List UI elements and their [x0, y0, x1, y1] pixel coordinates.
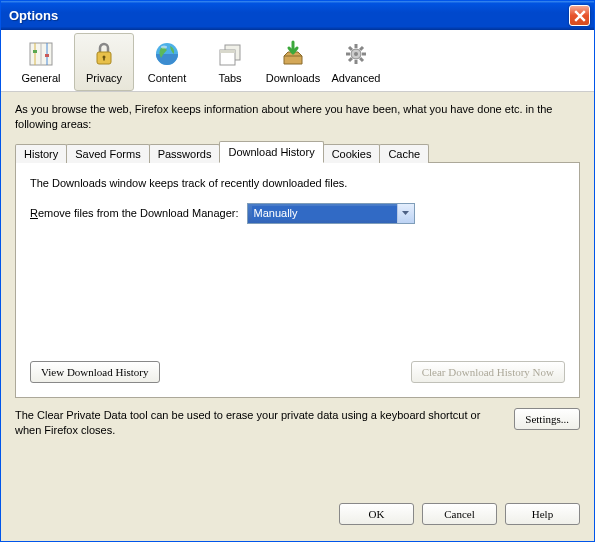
- svg-rect-13: [220, 50, 235, 53]
- svg-line-23: [349, 58, 352, 61]
- remove-files-select[interactable]: Manually: [247, 203, 415, 224]
- tab-download-history[interactable]: Download History: [219, 141, 323, 163]
- tabs-icon: [214, 38, 246, 70]
- clear-download-history-button[interactable]: Clear Download History Now: [411, 361, 565, 383]
- category-toolbar: General Privacy Content Tabs Downloads: [1, 30, 594, 92]
- toolbar-downloads[interactable]: Downloads: [263, 33, 323, 91]
- tab-history[interactable]: History: [15, 144, 67, 163]
- toolbar-advanced-label: Advanced: [332, 72, 381, 84]
- dialog-buttons: OK Cancel Help: [1, 491, 594, 541]
- remove-files-row: Remove files from the Download Manager: …: [30, 203, 565, 224]
- content-icon: [151, 38, 183, 70]
- window-title: Options: [9, 8, 569, 23]
- svg-line-21: [360, 58, 363, 61]
- toolbar-advanced[interactable]: Advanced: [326, 33, 386, 91]
- toolbar-content-label: Content: [148, 72, 187, 84]
- cancel-button[interactable]: Cancel: [422, 503, 497, 525]
- toolbar-tabs-label: Tabs: [218, 72, 241, 84]
- tab-cookies[interactable]: Cookies: [323, 144, 381, 163]
- chevron-down-icon: [397, 204, 414, 223]
- toolbar-tabs[interactable]: Tabs: [200, 33, 260, 91]
- content-area: As you browse the web, Firefox keeps inf…: [1, 92, 594, 491]
- select-value: Manually: [252, 206, 397, 220]
- svg-rect-4: [33, 50, 37, 53]
- help-button[interactable]: Help: [505, 503, 580, 525]
- svg-line-20: [349, 47, 352, 50]
- svg-rect-8: [103, 57, 105, 61]
- clear-private-data-note: The Clear Private Data tool can be used …: [15, 408, 504, 438]
- settings-button[interactable]: Settings...: [514, 408, 580, 430]
- svg-point-15: [354, 52, 358, 56]
- panel-footer: View Download History Clear Download His…: [30, 361, 565, 383]
- advanced-icon: [340, 38, 372, 70]
- svg-line-22: [360, 47, 363, 50]
- toolbar-privacy-label: Privacy: [86, 72, 122, 84]
- view-download-history-button[interactable]: View Download History: [30, 361, 160, 383]
- tab-saved-forms[interactable]: Saved Forms: [66, 144, 149, 163]
- privacy-icon: [88, 38, 120, 70]
- intro-text: As you browse the web, Firefox keeps inf…: [15, 102, 580, 132]
- toolbar-general[interactable]: General: [11, 33, 71, 91]
- titlebar: Options: [1, 1, 594, 30]
- svg-point-10: [161, 46, 167, 49]
- privacy-tabs: History Saved Forms Passwords Download H…: [15, 142, 580, 163]
- toolbar-content[interactable]: Content: [137, 33, 197, 91]
- close-icon: [574, 10, 586, 22]
- downloads-icon: [277, 38, 309, 70]
- download-history-panel: The Downloads window keeps track of rece…: [15, 162, 580, 398]
- svg-rect-5: [45, 54, 49, 57]
- general-icon: [25, 38, 57, 70]
- ok-button[interactable]: OK: [339, 503, 414, 525]
- tab-passwords[interactable]: Passwords: [149, 144, 221, 163]
- close-button[interactable]: [569, 5, 590, 26]
- tab-cache[interactable]: Cache: [379, 144, 429, 163]
- options-window: Options General Privacy Content: [0, 0, 595, 542]
- remove-files-label: Remove files from the Download Manager:: [30, 207, 239, 219]
- panel-description: The Downloads window keeps track of rece…: [30, 177, 565, 189]
- toolbar-general-label: General: [21, 72, 60, 84]
- clear-private-data-row: The Clear Private Data tool can be used …: [15, 398, 580, 438]
- toolbar-privacy[interactable]: Privacy: [74, 33, 134, 91]
- toolbar-downloads-label: Downloads: [266, 72, 320, 84]
